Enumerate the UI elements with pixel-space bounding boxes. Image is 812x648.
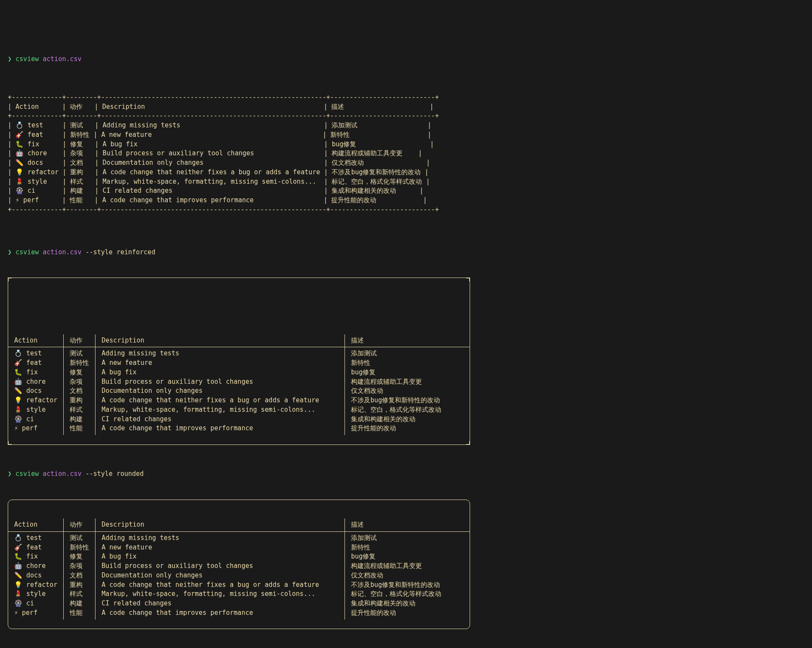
cell-zh: 文档 (64, 571, 95, 580)
rounded-table: Action 动作 Description 描述 💍 test测试Adding … (8, 500, 470, 629)
command-name: csview (15, 470, 39, 478)
cell-desc: Build process or auxiliary tool changes (95, 562, 345, 571)
command-flag-value: rounded (117, 470, 144, 478)
cell-zh: 样式 (64, 589, 95, 599)
table-row: 💡 refactor重构A code change that neither f… (8, 580, 470, 590)
table-row: 💍 test测试Adding missing tests添加测试 (8, 531, 470, 543)
cell-zh: 重构 (64, 396, 95, 405)
cell-zhdesc: 提升性能的改动 (345, 608, 470, 620)
col-action: Action (8, 518, 64, 531)
cell-zhdesc: 不涉及bug修复和新特性的改动 (345, 396, 470, 405)
cell-zhdesc: 新特性 (345, 543, 470, 552)
cell-zh: 构建 (64, 415, 95, 424)
cell-desc: Markup, white-space, formatting, missing… (95, 405, 345, 415)
cell-zhdesc: 构建流程或辅助工具变更 (345, 562, 470, 571)
col-description: Description (95, 334, 345, 347)
cell-zh: 文档 (64, 386, 95, 396)
cell-action: 💄 style (8, 589, 64, 599)
cell-action: 🤖 chore (8, 377, 64, 387)
cell-zh: 新特性 (64, 543, 95, 552)
table-row: ✏️ docs文档Documentation only changes仅文档改动 (8, 571, 470, 580)
table-row: 🐛 fix修复A bug fixbug修复 (8, 368, 470, 377)
cell-zhdesc: 标记、空白，格式化等样式改动 (345, 589, 470, 599)
cell-zh: 杂项 (64, 562, 95, 571)
corner-tl-icon (8, 278, 12, 281)
table-row: ✏️ docs文档Documentation only changes仅文档改动 (8, 386, 470, 396)
cell-zh: 新特性 (64, 358, 95, 368)
cell-zhdesc: 仅文档改动 (345, 386, 470, 396)
cell-desc: A code change that improves performance (95, 608, 345, 620)
cell-action: ✏️ docs (8, 386, 64, 396)
cell-desc: Adding missing tests (95, 347, 345, 358)
cell-zh: 测试 (64, 531, 95, 543)
table-border-mid: +-------------+--------+----------------… (8, 112, 439, 120)
cell-desc: A code change that neither fixes a bug o… (95, 396, 345, 405)
prompt-line-3[interactable]: ❯ csview action.csv --style rounded (8, 469, 804, 479)
cell-action: 🎸 feat (8, 543, 64, 552)
col-description: Description (95, 518, 345, 531)
col-miaoshu: 描述 (345, 518, 470, 531)
cell-zhdesc: 添加测试 (345, 531, 470, 543)
cell-action: 🐛 fix (8, 368, 64, 377)
table-row: 🎸 feat新特性A new feature新特性 (8, 543, 470, 552)
cell-action: 🐛 fix (8, 552, 64, 562)
cell-zhdesc: 仅文档改动 (345, 571, 470, 580)
cell-desc: Documentation only changes (95, 386, 345, 396)
cell-zh: 性能 (64, 424, 95, 435)
cell-zh: 构建 (64, 599, 95, 608)
cell-zhdesc: 提升性能的改动 (345, 424, 470, 435)
prompt-line-2[interactable]: ❯ csview action.csv --style reinforced (8, 248, 804, 257)
cell-desc: A new feature (95, 358, 345, 368)
cell-zhdesc: 新特性 (345, 358, 470, 368)
cell-zhdesc: 标记、空白，格式化等样式改动 (345, 405, 470, 415)
col-dongzuo: 动作 (64, 518, 95, 531)
cell-action: ⚡ perf (8, 424, 64, 435)
cell-zhdesc: 不涉及bug修复和新特性的改动 (345, 580, 470, 590)
table-border-top: +-------------+--------+----------------… (8, 93, 439, 101)
corner-tr-icon (466, 278, 470, 281)
cell-action: 💡 refactor (8, 396, 64, 405)
cell-action: ⚡ perf (8, 608, 64, 620)
prompt-caret-icon: ❯ (8, 248, 12, 256)
cell-desc: A code change that neither fixes a bug o… (95, 580, 345, 590)
table-row: ⚡ perf性能A code change that improves perf… (8, 424, 470, 435)
col-action: Action (8, 334, 64, 347)
cell-action: 🤖 chore (8, 562, 64, 571)
command-name: csview (15, 55, 39, 63)
cell-action: 💍 test (8, 531, 64, 543)
cell-desc: A code change that improves performance (95, 424, 345, 435)
cell-desc: Build process or auxiliary tool changes (95, 377, 345, 387)
cell-action: 🎡 ci (8, 415, 64, 424)
command-flag-value: reinforced (117, 248, 155, 256)
cell-action: 🎡 ci (8, 599, 64, 608)
table-row: 🎡 ci构建CI related changes集成和构建相关的改动 (8, 599, 470, 608)
command-arg: action.csv (43, 470, 81, 478)
command-name: csview (15, 248, 39, 256)
table-row: 🤖 chore杂项Build process or auxiliary tool… (8, 562, 470, 571)
ascii-table-body: | 💍 test | 测试 | Adding missing tests | 添… (8, 121, 804, 205)
cell-action: 💄 style (8, 405, 64, 415)
cell-desc: A bug fix (95, 552, 345, 562)
command-flag: --style (86, 470, 113, 478)
cell-zh: 性能 (64, 608, 95, 620)
cell-zh: 修复 (64, 368, 95, 377)
cell-zhdesc: 集成和构建相关的改动 (345, 415, 470, 424)
ascii-table-default: +-------------+--------+----------------… (8, 83, 804, 215)
col-miaoshu: 描述 (345, 334, 470, 347)
reinforced-table: Action 动作 Description 描述 💍 test测试Adding … (8, 278, 470, 445)
command-arg: action.csv (43, 55, 81, 63)
prompt-caret-icon: ❯ (8, 55, 12, 63)
cell-zh: 修复 (64, 552, 95, 562)
prompt-line-1[interactable]: ❯ csview action.csv (8, 55, 804, 64)
command-arg: action.csv (43, 248, 81, 256)
cell-zh: 测试 (64, 347, 95, 358)
command-flag: --style (86, 248, 113, 256)
cell-zhdesc: bug修复 (345, 368, 470, 377)
cell-zhdesc: 构建流程或辅助工具变更 (345, 377, 470, 387)
cell-action: ✏️ docs (8, 571, 64, 580)
table-row: 💄 style样式Markup, white-space, formatting… (8, 589, 470, 599)
cell-zh: 重构 (64, 580, 95, 590)
table-row: 💡 refactor重构A code change that neither f… (8, 396, 470, 405)
corner-bl-icon (8, 441, 12, 445)
cell-desc: A bug fix (95, 368, 345, 377)
